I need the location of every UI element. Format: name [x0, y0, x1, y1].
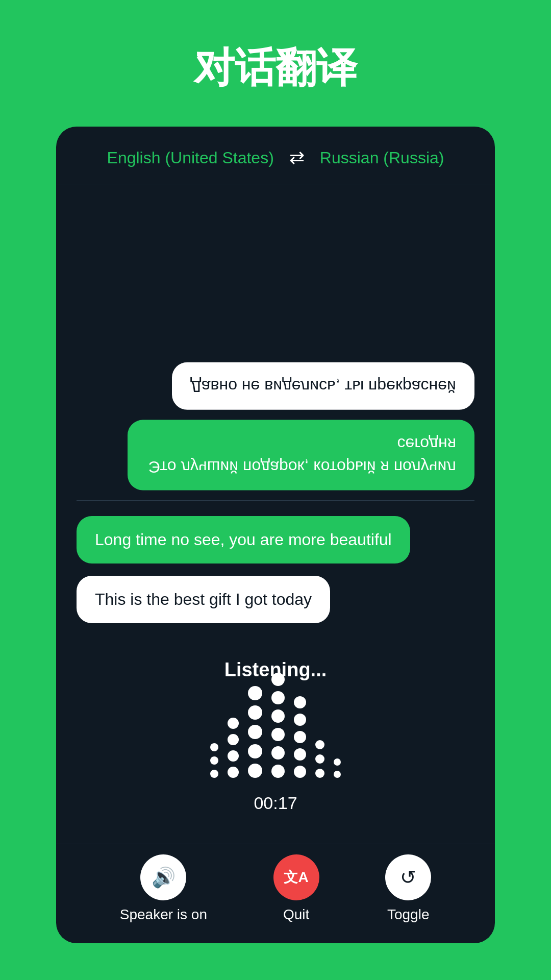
speaker-label: Speaker is on	[120, 906, 207, 923]
flipped-white-bubble: Давно не виделись, ты прекрасней	[172, 362, 474, 410]
speaker-icon[interactable]: 🔊	[140, 854, 186, 900]
timer-display: 00:17	[254, 793, 297, 813]
listening-section: Listening...	[56, 649, 495, 844]
wave-col-1	[210, 743, 218, 778]
language-bar: English (United States) ⇄ Russian (Russi…	[56, 127, 495, 184]
source-language[interactable]: English (United States)	[107, 149, 274, 167]
quit-button[interactable]: 文A Quit	[273, 854, 319, 923]
lower-messages: Long time no see, you are more beautiful…	[77, 501, 474, 633]
wave-col-6	[315, 740, 324, 778]
swap-icon[interactable]: ⇄	[289, 147, 305, 168]
toggle-button[interactable]: ↺ Toggle	[385, 854, 431, 923]
bottom-bar: 🔊 Speaker is on 文A Quit ↺ Toggle	[56, 844, 495, 943]
speaker-button[interactable]: 🔊 Speaker is on	[120, 854, 207, 923]
toggle-icon[interactable]: ↺	[385, 854, 431, 900]
target-language[interactable]: Russian (Russia)	[320, 149, 444, 167]
waveform	[210, 696, 341, 778]
white-message-bubble: This is the best gift I got today	[77, 576, 330, 623]
toggle-label: Toggle	[387, 906, 430, 923]
upper-messages: Давно не виделись, ты прекрасней Это луч…	[77, 200, 474, 500]
wave-col-2	[228, 718, 239, 778]
main-card: English (United States) ⇄ Russian (Russi…	[56, 127, 495, 943]
wave-col-4	[271, 673, 285, 778]
flipped-green-bubble: Это лучший подарок, который я получил се…	[128, 420, 474, 491]
page-title: 对话翻译	[194, 41, 357, 96]
wave-col-5	[294, 696, 306, 778]
chat-area: Давно не виделись, ты прекрасней Это луч…	[56, 184, 495, 649]
green-message-bubble: Long time no see, you are more beautiful	[77, 516, 410, 564]
wave-col-3	[248, 686, 262, 778]
quit-icon[interactable]: 文A	[273, 854, 319, 900]
wave-col-7	[334, 758, 341, 778]
quit-label: Quit	[283, 906, 309, 923]
